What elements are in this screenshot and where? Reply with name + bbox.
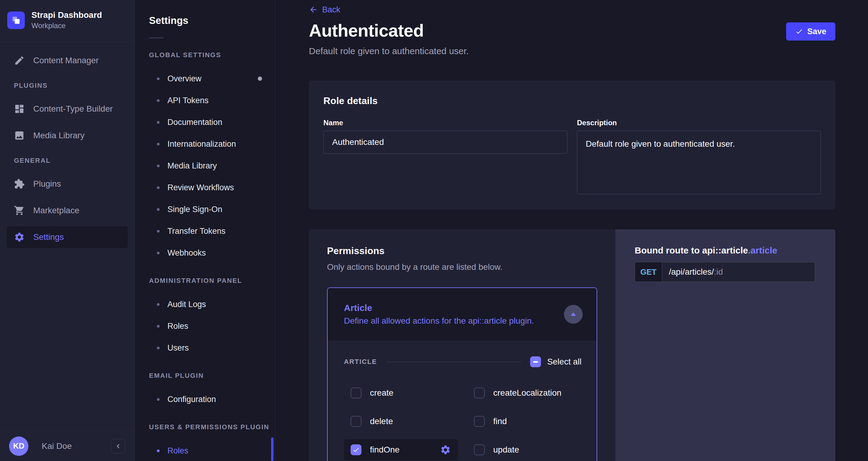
description-label: Description: [577, 119, 821, 126]
subnav-section-administration-panel: ADMINISTRATION PANEL: [149, 277, 275, 284]
description-field[interactable]: Default role given to authenticated user…: [577, 131, 821, 194]
subnav-item-internationalization[interactable]: Internationalization: [149, 133, 275, 155]
strapi-logo-icon: [7, 11, 25, 29]
puzzle-icon: [14, 178, 25, 190]
article-accordion-body: ARTICLE Select all create: [328, 341, 597, 461]
bullet-icon: [157, 121, 160, 124]
sidebar-item-marketplace[interactable]: Marketplace: [7, 200, 128, 222]
bullet-icon: [157, 252, 160, 254]
page-subtitle: Default role given to authenticated user…: [309, 46, 835, 56]
delete-checkbox[interactable]: [350, 416, 362, 427]
subnav-item-review-workflows[interactable]: Review Workflows: [149, 177, 275, 198]
action-findOne: findOne: [344, 439, 458, 460]
subnav-item-up-roles[interactable]: Roles: [149, 440, 275, 461]
divider: [386, 362, 521, 362]
sidebar-item-content-manager[interactable]: Content Manager: [7, 50, 128, 71]
subnav-item-audit-logs[interactable]: Audit Logs: [149, 293, 275, 315]
bullet-icon: [157, 230, 160, 233]
action-createLocalization: createLocalization: [467, 382, 582, 404]
subnav-item-single-sign-on[interactable]: Single Sign-On: [149, 198, 275, 220]
permissions-title: Permissions: [327, 245, 597, 257]
find-checkbox[interactable]: [474, 416, 485, 427]
sidebar-item-label: Content-Type Builder: [33, 104, 113, 114]
bullet-icon: [157, 78, 160, 80]
gear-icon: [14, 232, 25, 242]
collapse-sidebar-button[interactable]: [111, 439, 125, 454]
subnav-item-users[interactable]: Users: [149, 337, 275, 359]
subnav-item-overview[interactable]: Overview: [149, 68, 275, 90]
subnav-section-email-plugin: EMAIL PLUGIN: [149, 372, 275, 379]
bullet-icon: [157, 325, 160, 327]
subnav-item-webhooks[interactable]: Webhooks: [149, 242, 275, 264]
subnav-section-users-permissions-plugin: USERS & PERMISSIONS PLUGIN: [149, 424, 275, 431]
bound-route-title: Bound route to api::article.article: [635, 245, 816, 256]
create-checkbox[interactable]: [350, 387, 362, 398]
sidebar-item-media-library[interactable]: Media Library: [7, 125, 128, 146]
page-title: Authenticated: [309, 21, 424, 40]
subnav-item-documentation[interactable]: Documentation: [149, 111, 275, 133]
action-update: update: [467, 439, 582, 460]
arrow-left-icon: [309, 5, 318, 14]
subnav-item-configuration[interactable]: Configuration: [149, 388, 275, 410]
actions-grid: create createLocalization delete fi: [344, 382, 582, 460]
bullet-icon: [157, 450, 160, 452]
role-details-card: Role details Name Description Default ro…: [309, 81, 835, 209]
bound-route-panel: Bound route to api::article.article GET …: [615, 229, 835, 461]
bullet-icon: [157, 186, 160, 189]
select-all-control[interactable]: Select all: [530, 356, 582, 367]
nav-section-plugins: PLUGINS: [7, 82, 128, 89]
scrollbar-thumb[interactable]: [271, 437, 274, 461]
permissions-panel: Permissions Only actions bound by a rout…: [309, 229, 615, 461]
workspace-subtitle: Workplace: [31, 22, 102, 30]
permissions-subtitle: Only actions bound by a route are listed…: [327, 262, 597, 272]
notification-dot: [258, 77, 262, 81]
layout-grid-icon: [14, 104, 25, 114]
subnav-item-api-tokens[interactable]: API Tokens: [149, 90, 275, 111]
update-checkbox[interactable]: [474, 444, 485, 455]
name-field[interactable]: [323, 131, 567, 154]
action-delete: delete: [344, 411, 458, 432]
sidebar-item-plugins[interactable]: Plugins: [7, 173, 128, 195]
sidebar-item-label: Settings: [33, 232, 64, 242]
createLocalization-checkbox[interactable]: [474, 387, 485, 398]
sidebar-item-label: Plugins: [33, 179, 61, 189]
subnav-section-global-settings: GLOBAL SETTINGS: [149, 51, 275, 59]
subnav-title: Settings: [149, 14, 275, 27]
sidebar-item-label: Content Manager: [33, 56, 98, 65]
sidebar-item-content-type-builder[interactable]: Content-Type Builder: [7, 98, 128, 120]
back-link[interactable]: Back: [309, 4, 340, 16]
bullet-icon: [157, 99, 160, 102]
pen-icon: [14, 55, 25, 66]
minus-icon: [533, 361, 538, 363]
bullet-icon: [157, 398, 160, 401]
cart-icon: [14, 205, 25, 216]
sidebar-item-label: Media Library: [33, 131, 85, 140]
route-path: /api/articles/:id: [662, 262, 815, 282]
user-name: Kai Doe: [42, 441, 72, 451]
avatar[interactable]: KD: [9, 436, 28, 456]
check-icon: [795, 28, 803, 35]
divider: [149, 37, 163, 38]
findOne-settings-button[interactable]: [440, 444, 452, 456]
select-all-checkbox[interactable]: [530, 356, 541, 367]
subnav-item-transfer-tokens[interactable]: Transfer Tokens: [149, 220, 275, 242]
save-button[interactable]: Save: [786, 22, 835, 40]
sidebar-item-label: Marketplace: [33, 206, 80, 215]
http-method-badge: GET: [635, 262, 662, 282]
sidebar-item-settings[interactable]: Settings: [7, 226, 128, 248]
subnav-item-admin-roles[interactable]: Roles: [149, 315, 275, 337]
findOne-checkbox[interactable]: [350, 444, 362, 455]
article-accordion: Article Define all allowed actions for t…: [327, 287, 597, 461]
accordion-title: Article: [344, 303, 534, 313]
workspace-switcher[interactable]: Strapi Dashboard Workplace: [0, 0, 134, 41]
settings-subnav: Settings GLOBAL SETTINGS Overview API To…: [135, 0, 275, 461]
article-accordion-header[interactable]: Article Define all allowed actions for t…: [328, 288, 597, 341]
image-icon: [14, 130, 25, 141]
bullet-icon: [157, 143, 160, 145]
user-section: KD Kai Doe: [0, 431, 134, 461]
accordion-collapse-button[interactable]: [564, 305, 583, 324]
action-create: create: [344, 382, 458, 404]
subnav-item-media-library[interactable]: Media Library: [149, 155, 275, 177]
route-box: GET /api/articles/:id: [635, 262, 815, 282]
bullet-icon: [157, 347, 160, 349]
